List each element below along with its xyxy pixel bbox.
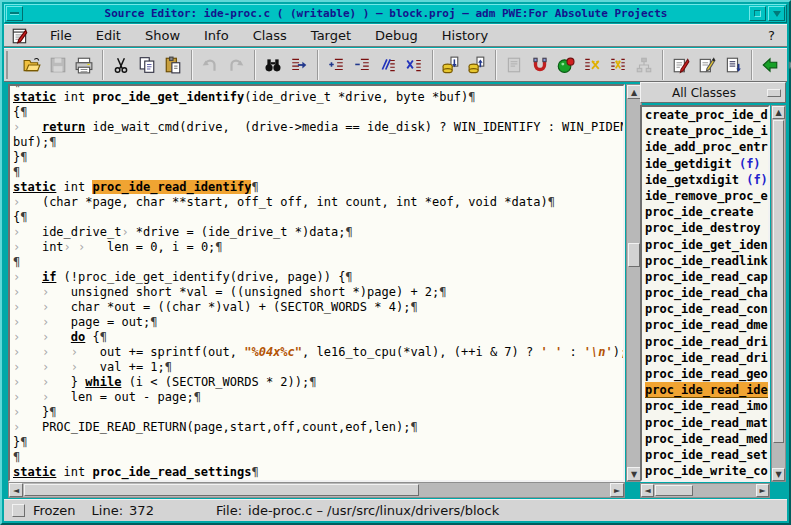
find-button[interactable] bbox=[260, 52, 286, 78]
list-item[interactable]: proc_ide_read_geo bbox=[645, 366, 768, 382]
list-item[interactable]: proc_ide_read_con bbox=[645, 301, 768, 317]
file-insert-down-button[interactable] bbox=[438, 52, 464, 78]
list-item[interactable]: proc_ide_read_set bbox=[645, 447, 768, 463]
shade-button[interactable] bbox=[768, 6, 785, 21]
uncomment-button[interactable] bbox=[401, 52, 427, 78]
paste-icon bbox=[164, 56, 182, 74]
back-button[interactable] bbox=[757, 52, 783, 78]
list-vertical-scrollbar[interactable]: ▲ ▼ bbox=[771, 105, 786, 482]
toolbar-group bbox=[318, 50, 433, 80]
code-line: › › char *out = ((char *)val) + (SECTOR_… bbox=[13, 300, 623, 315]
open-button[interactable] bbox=[19, 52, 45, 78]
list-scroll-down-arrow[interactable]: ▼ bbox=[772, 468, 785, 481]
toolbar-group bbox=[255, 50, 318, 80]
indent-button[interactable] bbox=[323, 52, 349, 78]
shade-icon bbox=[773, 11, 781, 17]
comment-button[interactable] bbox=[375, 52, 401, 78]
magnet-button[interactable] bbox=[527, 52, 553, 78]
paste-button[interactable] bbox=[160, 52, 186, 78]
cut-button[interactable] bbox=[108, 52, 134, 78]
list-item[interactable]: proc_ide_read_med bbox=[645, 431, 768, 447]
list-scroll-right-arrow[interactable]: ► bbox=[756, 484, 769, 497]
goto-line-button[interactable] bbox=[286, 52, 312, 78]
menu-history[interactable]: History bbox=[430, 26, 500, 45]
editor-vscroll-thumb[interactable] bbox=[628, 243, 640, 267]
edit-doc-button[interactable] bbox=[668, 52, 694, 78]
menu-edit[interactable]: Edit bbox=[84, 26, 133, 45]
menu-info[interactable]: Info bbox=[192, 26, 241, 45]
list-item[interactable]: proc_ide_create bbox=[645, 204, 768, 220]
code-editor[interactable]: ¶static int proc_ide_get_identify(ide_dr… bbox=[8, 84, 625, 482]
list-scroll-up-arrow[interactable]: ▲ bbox=[772, 106, 785, 119]
list-item[interactable]: ide_remove_proc_e bbox=[645, 188, 768, 204]
menu-debug[interactable]: Debug bbox=[363, 26, 430, 45]
help-menu[interactable]: ? bbox=[756, 26, 787, 45]
code-line: › › page = out;¶ bbox=[13, 315, 623, 330]
toolbar-grip[interactable] bbox=[6, 51, 8, 79]
editor-hscroll-thumb[interactable] bbox=[24, 484, 419, 496]
scroll-down-arrow[interactable]: ▼ bbox=[627, 467, 641, 481]
list-item[interactable]: proc_ide_read_imo bbox=[645, 398, 768, 414]
list-item[interactable]: proc_ide_destroy bbox=[645, 220, 768, 236]
editor-horizontal-scrollbar[interactable]: ◄ ► bbox=[8, 482, 625, 498]
scroll-right-arrow[interactable]: ► bbox=[610, 483, 624, 497]
list-item[interactable]: proc_ide_read_dri bbox=[645, 350, 768, 366]
file-path: ide-proc.c – /usr/src/linux/drivers/bloc… bbox=[248, 503, 499, 518]
notepad-pencil-icon bbox=[10, 27, 30, 45]
outdent-button[interactable] bbox=[349, 52, 375, 78]
menu-file[interactable]: File bbox=[38, 26, 84, 45]
toolbar-group bbox=[433, 50, 496, 80]
title-bar[interactable]: Source Editor: ide-proc.c ( (writable) )… bbox=[4, 4, 787, 23]
window-menu-button[interactable] bbox=[6, 6, 23, 21]
window-title: Source Editor: ide-proc.c ( (writable) )… bbox=[24, 7, 748, 20]
list-item[interactable]: create_proc_ide_d bbox=[645, 107, 768, 123]
scroll-left-arrow[interactable]: ◄ bbox=[9, 483, 23, 497]
copy-button[interactable] bbox=[134, 52, 160, 78]
list-item[interactable]: ide_add_proc_entr bbox=[645, 139, 768, 155]
list-item[interactable]: ide_getdigit (f) bbox=[645, 156, 768, 172]
toolbar-group bbox=[14, 50, 103, 80]
undo-icon bbox=[201, 56, 219, 74]
list-item[interactable]: proc_ide_read_dri bbox=[645, 334, 768, 350]
list-item[interactable]: proc_ide_read_cap bbox=[645, 269, 768, 285]
option-menu-icon bbox=[767, 89, 781, 97]
list-item[interactable]: ide_getxdigit (f) bbox=[645, 172, 768, 188]
list-item[interactable]: proc_ide_write_dr bbox=[645, 479, 768, 482]
run-button[interactable] bbox=[553, 52, 579, 78]
class-filter-header[interactable]: All Classes bbox=[640, 82, 786, 103]
list-item[interactable]: proc_ide_read_dme bbox=[645, 317, 768, 333]
list-hscroll-thumb[interactable] bbox=[655, 485, 693, 496]
indent-icon bbox=[327, 56, 345, 74]
list-horizontal-scrollbar[interactable]: ◄ ► bbox=[640, 483, 770, 498]
compare-button[interactable] bbox=[579, 52, 605, 78]
file-insert-up-button[interactable] bbox=[464, 52, 490, 78]
edit-doc-alt-button[interactable] bbox=[694, 52, 720, 78]
menu-class[interactable]: Class bbox=[241, 26, 299, 45]
list-item[interactable]: proc_ide_read_mat bbox=[645, 415, 768, 431]
merge-button[interactable] bbox=[605, 52, 631, 78]
save-button bbox=[45, 52, 71, 78]
code-line: › › len = out - page;¶ bbox=[13, 390, 623, 405]
list-item[interactable]: proc_ide_readlink bbox=[645, 253, 768, 269]
code-line: › PROC_IDE_READ_RETURN(page,start,off,co… bbox=[13, 420, 623, 435]
menu-show[interactable]: Show bbox=[133, 26, 192, 45]
menu-target[interactable]: Target bbox=[299, 26, 363, 45]
maximize-button[interactable] bbox=[749, 6, 766, 21]
list-vscroll-thumb[interactable] bbox=[773, 120, 784, 443]
list-item-selected[interactable]: proc_ide_read_ide bbox=[645, 382, 768, 398]
toolbar-group bbox=[752, 50, 791, 80]
list-item[interactable]: proc_ide_read_cha bbox=[645, 285, 768, 301]
list-item[interactable]: create_proc_ide_i bbox=[645, 123, 768, 139]
print-button[interactable] bbox=[71, 52, 97, 78]
hierarchy-button bbox=[631, 52, 657, 78]
code-line: static int proc_ide_read_settings¶ bbox=[13, 465, 623, 480]
list-item[interactable]: proc_ide_write_co bbox=[645, 463, 768, 479]
frozen-toggle[interactable] bbox=[12, 504, 25, 517]
list-item[interactable]: proc_ide_get_iden bbox=[645, 237, 768, 253]
class-list[interactable]: create_proc_ide_dcreate_proc_ide_iide_ad… bbox=[640, 105, 770, 482]
list-scroll-left-arrow[interactable]: ◄ bbox=[641, 484, 654, 497]
forward-icon bbox=[787, 56, 791, 74]
doc-export-button[interactable] bbox=[720, 52, 746, 78]
scroll-up-arrow[interactable]: ▲ bbox=[627, 85, 641, 99]
undo-button bbox=[197, 52, 223, 78]
